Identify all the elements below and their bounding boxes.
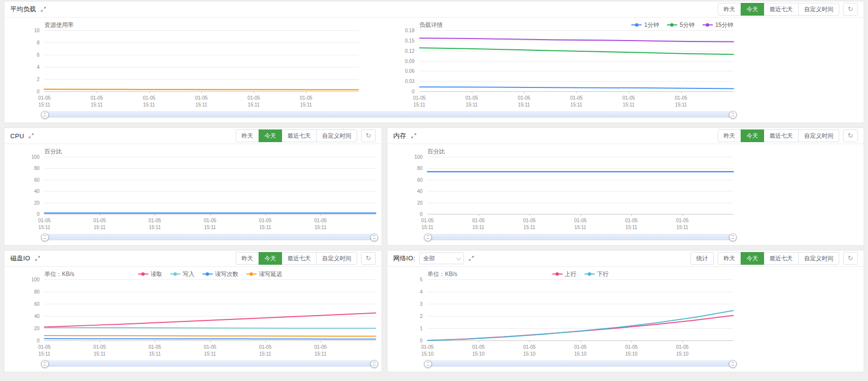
time-range-button-1[interactable]: 今天 — [741, 252, 764, 265]
legend-item-up[interactable]: 上行 — [552, 270, 577, 278]
time-range-button-1[interactable]: 今天 — [259, 252, 282, 265]
legend-label: 读写次数 — [215, 270, 239, 278]
time-range-button-2[interactable]: 最近七天 — [764, 129, 799, 142]
legend-item-1min[interactable]: 1分钟 — [631, 21, 659, 29]
header-actions: 昨天今天最近七天自定义时间↻ — [718, 129, 858, 142]
time-range-button-2[interactable]: 最近七天 — [764, 3, 799, 16]
time-range-button-3[interactable]: 自定义时间 — [798, 3, 839, 16]
legend-label: 读写延迟 — [259, 270, 283, 278]
y-axis: 100806040200 — [10, 157, 44, 214]
datazoom-left-handle-icon[interactable] — [424, 360, 432, 368]
legend: 上行下行 — [518, 269, 609, 279]
time-range-button-0[interactable]: 昨天 — [236, 129, 259, 142]
panel-memory-body: 百分比10080604020001-05 15:1101-05 15:1101-… — [387, 144, 864, 245]
legend-mark-icon — [631, 24, 642, 25]
datazoom-right-handle-icon[interactable] — [370, 233, 378, 241]
header-actions: 昨天今天最近七天自定义时间↻ — [236, 252, 376, 265]
refresh-button[interactable]: ↻ — [843, 129, 858, 142]
time-range-button-group: 昨天今天最近七天自定义时间 — [718, 252, 839, 265]
y-tick-label: 10 — [34, 28, 40, 33]
time-range-button-2[interactable]: 最近七天 — [282, 129, 317, 142]
time-range-button-2[interactable]: 最近七天 — [764, 252, 799, 265]
series-line-15min — [420, 38, 734, 42]
charts-row: 单位：KB/s上行下行54321001-05 15:1001-05 15:100… — [393, 269, 858, 358]
legend-item-5min[interactable]: 5分钟 — [667, 21, 695, 29]
refresh-button[interactable]: ↻ — [361, 252, 376, 265]
chart-head: 单位：KB/s读取写入读写次数读写延迟 — [10, 269, 376, 279]
expand-icon[interactable] — [468, 255, 474, 261]
legend-item-iops[interactable]: 读写次数 — [202, 270, 239, 278]
chart-disk-io: 单位：KB/s读取写入读写次数读写延迟10080604020001-05 15:… — [10, 269, 376, 358]
stats-button[interactable]: 统计 — [690, 252, 714, 265]
refresh-button[interactable]: ↻ — [361, 129, 376, 142]
datazoom-right-handle-icon[interactable] — [729, 111, 737, 119]
datazoom-slider[interactable] — [427, 360, 733, 367]
datazoom-slider[interactable] — [44, 111, 733, 118]
time-range-button-group: 昨天今天最近七天自定义时间 — [718, 3, 839, 16]
plot — [44, 30, 359, 91]
chart-plot-area: 543210 — [393, 279, 733, 340]
x-tick-label: 01-05 15:11 — [675, 95, 687, 108]
time-range-button-2[interactable]: 最近七天 — [282, 252, 317, 265]
y-tick-label: 8 — [37, 40, 40, 45]
datazoom-right-handle-icon[interactable] — [729, 233, 737, 241]
y-tick-label: 20 — [34, 326, 40, 331]
series-line-5min — [420, 48, 734, 54]
expand-icon[interactable] — [35, 255, 40, 261]
legend-item-15min[interactable]: 15分钟 — [703, 21, 733, 29]
time-range-button-3[interactable]: 自定义时间 — [798, 252, 839, 265]
series-line-iops — [44, 339, 376, 339]
time-range-button-3[interactable]: 自定义时间 — [316, 129, 357, 142]
plot — [427, 279, 733, 340]
series-line-up — [427, 316, 733, 340]
time-range-button-0[interactable]: 昨天 — [718, 3, 741, 16]
y-tick-label: 80 — [417, 166, 423, 171]
x-axis-tick — [529, 340, 530, 342]
datazoom-slider[interactable] — [44, 234, 375, 240]
datazoom-slider[interactable] — [44, 360, 375, 367]
series-canvas — [427, 157, 733, 214]
x-axis-tick — [581, 340, 581, 342]
datazoom-left-handle-icon[interactable] — [41, 111, 49, 119]
panel-cpu-body: 百分比10080604020001-05 15:1101-05 15:1101-… — [4, 144, 382, 245]
x-tick-label: 01-05 15:11 — [625, 217, 638, 231]
legend-item-read[interactable]: 读取 — [138, 270, 162, 278]
time-range-button-0[interactable]: 昨天 — [718, 252, 741, 265]
x-tick-label: 01-05 15:11 — [314, 217, 327, 231]
expand-icon[interactable] — [28, 133, 34, 139]
time-range-button-3[interactable]: 自定义时间 — [798, 129, 839, 142]
datazoom-slider[interactable] — [427, 234, 733, 240]
refresh-button[interactable]: ↻ — [843, 3, 858, 16]
y-tick-label: 0.15 — [405, 38, 414, 43]
time-range-button-1[interactable]: 今天 — [259, 129, 282, 142]
expand-icon[interactable] — [40, 6, 46, 12]
datazoom-right-handle-icon[interactable] — [370, 360, 378, 368]
x-axis-tick — [631, 340, 632, 342]
refresh-button[interactable]: ↻ — [843, 252, 858, 265]
y-tick-label: 0 — [420, 338, 423, 343]
legend-item-write[interactable]: 写入 — [170, 270, 195, 278]
x-axis: 01-05 15:1101-05 15:1101-05 15:1101-05 1… — [44, 217, 376, 231]
time-range-button-3[interactable]: 自定义时间 — [316, 252, 357, 265]
x-axis-tick — [97, 91, 97, 93]
datazoom-left-handle-icon[interactable] — [41, 233, 49, 241]
time-range-button-1[interactable]: 今天 — [741, 3, 764, 16]
panel-title: 磁盘IO — [10, 254, 30, 263]
plot — [44, 157, 376, 214]
time-range-button-0[interactable]: 昨天 — [236, 252, 259, 265]
x-tick-label: 01-05 15:10 — [523, 344, 536, 357]
datazoom-left-handle-icon[interactable] — [41, 360, 49, 368]
time-range-button-1[interactable]: 今天 — [741, 129, 764, 142]
series-line-1min — [420, 87, 734, 88]
x-axis-tick — [321, 340, 321, 342]
network-interface-select[interactable]: 全部 — [419, 253, 464, 264]
legend-item-latency[interactable]: 读写延迟 — [246, 270, 283, 278]
panel-load-body: 资源使用率108642001-05 15:1101-05 15:1101-05 … — [4, 18, 864, 123]
datazoom-right-handle-icon[interactable] — [729, 360, 737, 368]
legend-item-down[interactable]: 下行 — [585, 270, 609, 278]
time-range-button-0[interactable]: 昨天 — [718, 129, 741, 142]
header-actions: 昨天今天最近七天自定义时间↻ — [718, 3, 858, 16]
datazoom-left-handle-icon[interactable] — [424, 233, 432, 241]
expand-icon[interactable] — [411, 133, 417, 139]
panel-disk-body: 单位：KB/s读取写入读写次数读写延迟10080604020001-05 15:… — [4, 267, 382, 372]
